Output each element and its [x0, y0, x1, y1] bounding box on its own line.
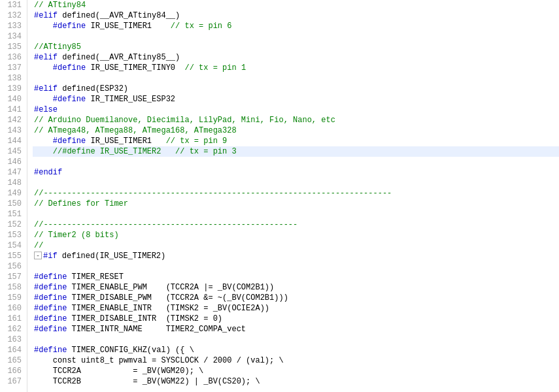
- code-line: // Defines for Timer: [33, 199, 559, 209]
- code-line: #define IR_USE_TIMER1 // tx = pin 9: [33, 136, 559, 146]
- code-line: [33, 178, 559, 188]
- line-number: 137: [3, 63, 22, 73]
- code-line: TCCR2A = _BV(WGM20); \: [33, 366, 559, 376]
- line-number: 144: [3, 136, 22, 146]
- line-number: 157: [3, 272, 22, 282]
- line-number: 131: [3, 0, 22, 10]
- line-number: 152: [3, 220, 22, 230]
- line-number: 154: [3, 240, 22, 251]
- code-line: #define TIMER_DISABLE_PWM (TCCR2A &= ~(_…: [33, 293, 559, 303]
- line-number: 151: [3, 209, 22, 220]
- code-line: #define TIMER_INTR_NAME TIMER2_COMPA_vec…: [33, 324, 559, 335]
- code-line: #endif: [33, 167, 559, 178]
- line-number: 160: [3, 303, 22, 314]
- line-number: 145: [3, 146, 22, 157]
- line-number-gutter: 1311321331341351361371381391401411421431…: [0, 0, 27, 392]
- code-line: #define IR_USE_TIMER_TINY0 // tx = pin 1: [33, 63, 559, 73]
- code-line: [33, 209, 559, 220]
- code-editor: 1311321331341351361371381391401411421431…: [0, 0, 559, 392]
- line-number: 140: [3, 94, 22, 105]
- code-line: #define TIMER_ENABLE_PWM (TCCR2A |= _BV(…: [33, 282, 559, 293]
- line-number: 136: [3, 52, 22, 63]
- line-number: 132: [3, 10, 22, 21]
- code-line: //--------------------------------------…: [33, 220, 559, 230]
- code-line: //--------------------------------------…: [33, 188, 559, 199]
- code-line: #define IR_USE_TIMER1 // tx = pin 6: [33, 21, 559, 31]
- line-number: 161: [3, 314, 22, 324]
- line-number: 147: [3, 167, 22, 178]
- code-line: //ATtiny85: [33, 42, 559, 52]
- code-line: #define TIMER_CONFIG_KHZ(val) ({ \: [33, 345, 559, 355]
- line-number: 163: [3, 335, 22, 345]
- code-line: #elif defined(ESP32): [33, 84, 559, 94]
- code-line: [33, 261, 559, 272]
- line-number: 155: [3, 251, 22, 261]
- line-number: 142: [3, 115, 22, 125]
- code-line: // ATmega48, ATmega88, ATmega168, ATmega…: [33, 125, 559, 136]
- line-number: 139: [3, 84, 22, 94]
- code-line: #define TIMER_RESET: [33, 272, 559, 282]
- code-line: [33, 31, 559, 42]
- line-number: 135: [3, 42, 22, 52]
- line-number: 158: [3, 282, 22, 293]
- code-line: const uint8_t pwmval = SYSCLOCK / 2000 /…: [33, 355, 559, 366]
- code-line: #elif defined(__AVR_ATtiny84__): [33, 10, 559, 21]
- code-line: #define IR_TIMER_USE_ESP32: [33, 94, 559, 105]
- code-line: #define TIMER_DISABLE_INTR (TIMSK2 = 0): [33, 314, 559, 324]
- code-line: // ATtiny84: [33, 0, 559, 10]
- line-number: 149: [3, 188, 22, 199]
- line-number: 166: [3, 366, 22, 376]
- line-number: 159: [3, 293, 22, 303]
- collapse-marker[interactable]: -: [34, 252, 42, 259]
- line-number: 146: [3, 157, 22, 167]
- code-content[interactable]: // ATtiny84#elif defined(__AVR_ATtiny84_…: [27, 0, 559, 392]
- line-number: 164: [3, 345, 22, 355]
- code-line: #define TIMER_ENABLE_INTR (TIMSK2 = _BV(…: [33, 303, 559, 314]
- code-line: [33, 73, 559, 84]
- code-line: #else: [33, 105, 559, 115]
- line-number: 167: [3, 376, 22, 387]
- code-line: //#define IR_USE_TIMER2 // tx = pin 3: [33, 146, 559, 157]
- code-line: TCCR2B = _BV(WGM22) | _BV(CS20); \: [33, 376, 559, 387]
- line-number: 133: [3, 21, 22, 31]
- code-line: #elif defined(__AVR_ATtiny85__): [33, 52, 559, 63]
- line-number: 143: [3, 125, 22, 136]
- code-line: [33, 335, 559, 345]
- line-number: 148: [3, 178, 22, 188]
- code-line: -#if defined(IR_USE_TIMER2): [33, 251, 559, 261]
- code-line: [33, 157, 559, 167]
- line-number: 156: [3, 261, 22, 272]
- code-line: //: [33, 240, 559, 251]
- line-number: 153: [3, 230, 22, 240]
- line-number: 162: [3, 324, 22, 335]
- line-number: 141: [3, 105, 22, 115]
- code-line: // Arduino Duemilanove, Diecimila, LilyP…: [33, 115, 559, 125]
- line-number: 150: [3, 199, 22, 209]
- code-line: // Timer2 (8 bits): [33, 230, 559, 240]
- line-number: 134: [3, 31, 22, 42]
- line-number: 165: [3, 355, 22, 366]
- line-number: 138: [3, 73, 22, 84]
